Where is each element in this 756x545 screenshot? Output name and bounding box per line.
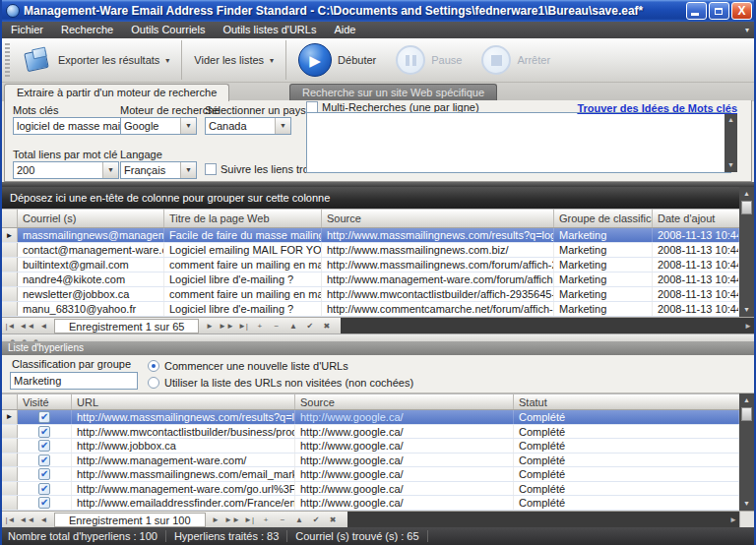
nav-last-button[interactable]: ►| <box>241 513 258 527</box>
engine-select[interactable]: Google▼ <box>120 117 197 135</box>
table-row[interactable]: http://www.massmailingnews.com/email_mar… <box>2 467 739 482</box>
col-statut[interactable]: Statut <box>514 394 739 409</box>
table-row[interactable]: manu_68310@yahoo.fr Logiciel libre d'e-m… <box>2 302 739 317</box>
table-row[interactable]: http://www.jobbox.ca http://www.google.c… <box>2 439 739 454</box>
col-groupe[interactable]: Groupe de classificat... <box>554 210 653 227</box>
visited-checkbox[interactable] <box>18 467 72 481</box>
tab-search-engine[interactable]: Extraire à partir d'un moteur de recherc… <box>4 84 229 101</box>
nav-first-button[interactable]: |◄ <box>2 513 19 527</box>
language-select[interactable]: Français▼ <box>120 161 197 179</box>
menubar-overflow-icon[interactable]: ▾ <box>745 26 754 34</box>
scroll-down-icon[interactable]: ▼ <box>740 304 753 316</box>
menu-aide[interactable]: Aide <box>325 22 364 38</box>
table-row[interactable]: contact@management-ware.com.biz Logiciel… <box>2 243 739 258</box>
nav-next-button[interactable]: ► <box>201 319 218 333</box>
table-row[interactable]: http://www.management-ware.com/ http://w… <box>2 454 739 468</box>
nav-first-button[interactable]: |◄ <box>2 319 19 333</box>
visited-checkbox[interactable] <box>18 425 72 439</box>
status-processed-hyperlinks: Hyperliens traités : 83 <box>166 530 287 542</box>
table-row[interactable]: nandre4@kikote.com Logiciel libre d'e-ma… <box>2 272 739 287</box>
visited-checkbox[interactable] <box>18 482 72 496</box>
col-date[interactable]: Date d'ajout <box>653 210 739 227</box>
visited-checkbox[interactable] <box>18 496 72 510</box>
nav-add-button[interactable]: + <box>258 513 275 527</box>
classification-input[interactable]: Marketing <box>10 372 138 390</box>
scroll-down-icon[interactable]: ▼ <box>724 159 737 171</box>
checkbox-icon <box>205 163 217 175</box>
table-row[interactable]: ► http://www.massmailingnews.com/results… <box>2 410 739 425</box>
scroll-right-icon[interactable]: ► <box>744 322 752 331</box>
scroll-up-icon[interactable]: ▲ <box>740 394 753 406</box>
col-url[interactable]: URL <box>72 394 295 409</box>
table-row[interactable]: newsletter@jobbox.ca comment faire un ma… <box>2 287 739 302</box>
table-row[interactable]: ► massmailingnews@management-ware.... Fa… <box>2 228 739 243</box>
keyword-ideas-link[interactable]: Trouver des Idées de Mots clés <box>577 102 737 114</box>
country-select[interactable]: Canada▼ <box>205 117 291 135</box>
chevron-down-icon[interactable]: ▼ <box>275 118 290 134</box>
radio-new-list-label[interactable]: Commencer une nouvelle liste d'URLs <box>164 360 348 372</box>
col-titre[interactable]: Titre de la page Web <box>164 210 322 227</box>
results-horizontal-scrollbar[interactable]: ► <box>341 318 754 333</box>
toolbar-gripper[interactable] <box>5 43 10 77</box>
scroll-up-icon[interactable]: ▲ <box>724 114 737 126</box>
tab-specific-site[interactable]: Recherche sur un site Web spécifique <box>289 84 497 101</box>
col-visite[interactable]: Visité <box>18 394 72 409</box>
nav-next-button[interactable]: ► <box>208 513 224 527</box>
minimize-button[interactable] <box>686 2 707 20</box>
hyperlinks-vertical-scrollbar[interactable]: ▲ ▼ <box>739 394 754 511</box>
menu-outils-listes-urls[interactable]: Outils listes d'URLs <box>214 22 325 38</box>
nav-commit-button[interactable]: ✔ <box>308 513 325 527</box>
scrollbar-thumb[interactable] <box>741 201 752 214</box>
radio-new-list[interactable] <box>148 360 159 372</box>
hyperlinks-horizontal-scrollbar[interactable]: ► <box>347 512 739 527</box>
multi-search-textarea[interactable] <box>306 112 731 173</box>
menu-recherche[interactable]: Recherche <box>52 22 122 38</box>
scroll-up-icon[interactable]: ▲ <box>740 188 753 200</box>
radio-reuse-list-label[interactable]: Utiliser la liste des URLs non visitées … <box>164 377 413 389</box>
results-vertical-scrollbar[interactable]: ▲ ▼ <box>739 187 754 317</box>
visited-checkbox[interactable] <box>18 410 72 424</box>
textarea-scrollbar[interactable]: ▲ ▼ <box>724 113 737 172</box>
nav-prev-page-button[interactable]: ◄◄ <box>19 513 35 527</box>
scroll-down-icon[interactable]: ▼ <box>740 498 753 510</box>
menu-fichier[interactable]: Fichier <box>2 22 52 38</box>
chevron-down-icon[interactable]: ▼ <box>180 162 196 178</box>
table-row[interactable]: builtintext@gmail.com comment faire un m… <box>2 258 739 272</box>
col-courriel[interactable]: Courriel (s) <box>18 210 164 227</box>
export-results-button[interactable]: Exporter les résultats ▾ <box>13 40 179 80</box>
chevron-down-icon[interactable]: ▼ <box>102 162 118 178</box>
nav-next-page-button[interactable]: ►► <box>218 319 234 333</box>
clear-lists-button[interactable]: Vider les listes ▾ <box>184 40 284 80</box>
col-source[interactable]: Source <box>322 210 554 227</box>
scroll-right-icon[interactable]: ► <box>729 515 737 524</box>
menu-outils-courriels[interactable]: Outils Courriels <box>122 22 214 38</box>
table-row[interactable]: http://www.emailaddressfinder.com/France… <box>2 496 739 511</box>
restore-button[interactable] <box>709 2 729 20</box>
nav-next-page-button[interactable]: ►► <box>224 513 241 527</box>
table-row[interactable]: http://www.mwcontactlistbuilder/business… <box>2 425 739 440</box>
close-button[interactable]: X <box>731 2 752 20</box>
total-links-select[interactable]: 200▼ <box>13 161 119 179</box>
nav-cancel-button[interactable]: ✖ <box>318 319 335 333</box>
group-by-bar[interactable]: Déposez ici une en-tête de colonne pour … <box>2 187 739 209</box>
table-row[interactable]: http://www.management-ware.com/go.url%3F… <box>2 482 739 497</box>
nav-cancel-button[interactable]: ✖ <box>325 513 342 527</box>
start-button[interactable]: ▶ Débuter <box>288 40 386 80</box>
col-source2[interactable]: Source <box>295 394 514 409</box>
nav-commit-button[interactable]: ✔ <box>301 319 318 333</box>
radio-reuse-list[interactable] <box>148 377 159 389</box>
nav-edit-button[interactable]: ▲ <box>291 513 308 527</box>
scrollbar-thumb[interactable] <box>741 407 752 421</box>
nav-last-button[interactable]: ►| <box>234 319 251 333</box>
section-splitter[interactable]: ● ● ● <box>2 333 754 341</box>
visited-checkbox[interactable] <box>18 454 72 467</box>
nav-add-button[interactable]: + <box>251 319 268 333</box>
nav-remove-button[interactable]: − <box>268 319 284 333</box>
chevron-down-icon[interactable]: ▼ <box>180 118 196 134</box>
visited-checkbox[interactable] <box>18 439 72 453</box>
nav-prev-button[interactable]: ◄ <box>35 513 52 527</box>
nav-remove-button[interactable]: − <box>275 513 291 527</box>
nav-prev-button[interactable]: ◄ <box>35 319 52 333</box>
nav-edit-button[interactable]: ▲ <box>284 319 301 333</box>
nav-prev-page-button[interactable]: ◄◄ <box>19 319 35 333</box>
